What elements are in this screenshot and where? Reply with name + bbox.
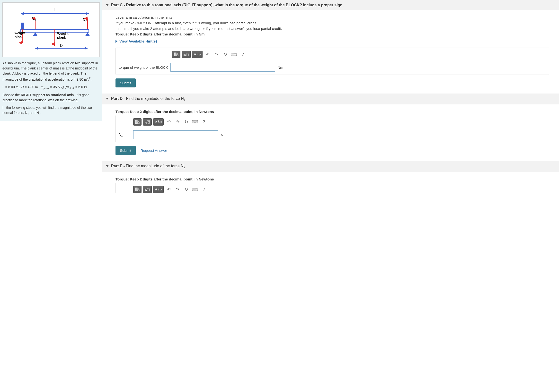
greek-button[interactable]: ΑΣφ (153, 118, 164, 125)
part-d-input-label: N1 = (119, 132, 131, 137)
problem-description-1: As shown in the figure, a uniform plank … (2, 61, 100, 82)
part-c-info1: Lever arm calculation is in the hints. (115, 15, 549, 19)
part-d-answer-box: x x ΑΣφ ↶ ↷ ↻ ⌨ ? N1 = N (115, 115, 227, 142)
part-c-toolbar: x x ΑΣφ ↶ ↷ ↻ ⌨ ? (119, 51, 546, 58)
keyboard-button[interactable]: ⌨ (230, 52, 238, 57)
radical-button[interactable]: x (182, 51, 191, 58)
part-c-body: Lever arm calculation is in the hints. I… (102, 10, 559, 94)
problem-axis-note: Choose the RIGHT support as rotational a… (2, 93, 100, 103)
part-d-body: Torque: Keep 2 digits after the decimal … (102, 104, 559, 161)
part-c-header[interactable]: Part C - Relative to this rotational axi… (102, 0, 559, 10)
svg-text:Weight: Weight (57, 32, 69, 36)
part-c-info2: If you make ONLY ONE attempt in a hint, … (115, 21, 549, 25)
part-c-answer-box: x x ΑΣφ ↶ ↷ ↻ ⌨ ? torque of weight of th… (115, 48, 549, 75)
svg-text:D: D (60, 44, 63, 48)
problem-sidebar: L N1 N2 weight block Weight plank D (0, 0, 102, 121)
part-e-answer-box: x x ΑΣφ ↶ ↷ ↻ ⌨ ? (115, 183, 227, 193)
part-d-request-answer[interactable]: Request Answer (140, 148, 167, 152)
part-c-info3: In a hint, if you make 2 attempts and bo… (115, 27, 549, 31)
svg-text:N2: N2 (83, 18, 87, 23)
template-button[interactable]: x (133, 186, 141, 193)
part-d-info1: Torque: Keep 2 digits after the decimal … (115, 109, 549, 114)
figure-diagram: L N1 N2 weight block Weight plank D (5, 5, 97, 54)
part-e-toolbar: x x ΑΣφ ↶ ↷ ↻ ⌨ ? (119, 186, 224, 193)
undo-button[interactable]: ↶ (165, 119, 172, 125)
radical-button[interactable]: x (143, 186, 152, 193)
radical-button[interactable]: x (143, 118, 152, 125)
part-c-unit: Nm (278, 65, 283, 70)
part-d-submit-button[interactable]: Submit (115, 146, 136, 155)
chevron-down-icon (106, 4, 109, 6)
undo-button[interactable]: ↶ (165, 187, 172, 192)
part-e-info1: Torque: Keep 2 digits after the decimal … (115, 177, 549, 181)
help-button[interactable]: ? (200, 187, 207, 192)
svg-rect-31 (148, 189, 149, 191)
part-c-answer-input[interactable] (170, 63, 275, 72)
chevron-down-icon (106, 98, 109, 99)
keyboard-button[interactable]: ⌨ (191, 119, 199, 125)
svg-rect-27 (135, 188, 137, 191)
part-d-toolbar: x x ΑΣφ ↶ ↷ ↻ ⌨ ? (119, 118, 224, 125)
problem-steps-note: In the following steps, you will find th… (2, 105, 100, 116)
reset-button[interactable]: ↻ (222, 52, 229, 57)
svg-rect-26 (148, 121, 149, 123)
fig-L-label: L (54, 8, 56, 12)
chevron-right-icon (115, 40, 117, 43)
redo-button[interactable]: ↷ (174, 187, 181, 192)
svg-text:plank: plank (57, 36, 66, 39)
svg-text:weight: weight (14, 31, 26, 35)
template-button[interactable]: x (172, 51, 180, 58)
redo-button[interactable]: ↷ (174, 119, 181, 125)
main-content: Part C - Relative to this rotational axi… (102, 0, 559, 199)
part-d-header[interactable]: Part D - Find the magnitude of the force… (102, 94, 559, 104)
undo-button[interactable]: ↶ (204, 52, 211, 57)
view-hints-toggle[interactable]: View Available Hint(s) (115, 39, 549, 43)
reset-button[interactable]: ↻ (183, 119, 190, 125)
svg-text:block: block (15, 35, 24, 39)
keyboard-button[interactable]: ⌨ (191, 187, 199, 192)
part-c-submit-button[interactable]: Submit (115, 79, 136, 88)
part-d-answer-input[interactable] (133, 130, 218, 139)
redo-button[interactable]: ↷ (213, 52, 220, 57)
part-e-body: Torque: Keep 2 digits after the decimal … (102, 172, 559, 199)
svg-marker-4 (85, 32, 90, 36)
svg-rect-22 (135, 120, 137, 124)
svg-rect-17 (174, 53, 176, 56)
svg-rect-2 (21, 23, 24, 29)
part-e-header[interactable]: Part E - Find the magnitude of the force… (102, 161, 559, 172)
svg-text:N1: N1 (32, 17, 36, 22)
part-c-input-row: torque of weight of the BLOCK Nm (119, 63, 546, 72)
reset-button[interactable]: ↻ (183, 187, 190, 192)
template-button[interactable]: x (133, 118, 141, 125)
part-d-unit: N (221, 133, 224, 137)
help-button[interactable]: ? (239, 52, 246, 57)
svg-rect-21 (187, 54, 188, 56)
part-c-info4: Torque: Keep 2 digits after the decimal … (115, 32, 549, 36)
part-c-input-label: torque of weight of the BLOCK (119, 65, 168, 70)
figure-container: L N1 N2 weight block Weight plank D (2, 2, 100, 57)
part-d-input-row: N1 = N (119, 130, 224, 139)
svg-marker-3 (33, 32, 38, 36)
greek-button[interactable]: ΑΣφ (192, 51, 203, 58)
chevron-down-icon (106, 165, 109, 167)
help-button[interactable]: ? (200, 119, 207, 125)
problem-values: L = 6.00 m , D = 4.80 m , mplank = 35.5 … (2, 85, 100, 90)
greek-button[interactable]: ΑΣφ (153, 186, 164, 193)
